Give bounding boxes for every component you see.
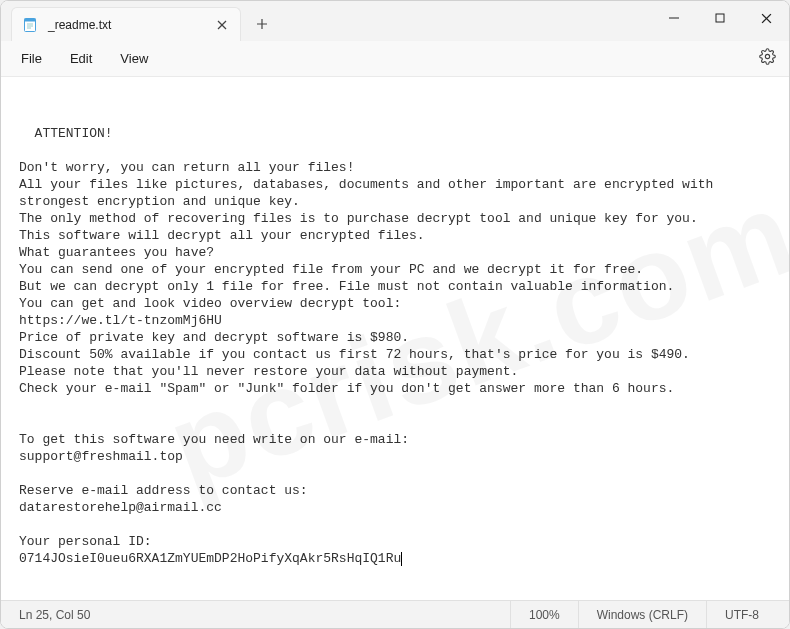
menu-view[interactable]: View <box>108 47 160 70</box>
svg-point-13 <box>765 54 769 58</box>
status-encoding[interactable]: UTF-8 <box>706 601 777 628</box>
maximize-button[interactable] <box>697 1 743 35</box>
document-text: ATTENTION! Don't worry, you can return a… <box>19 126 721 566</box>
tab-close-button[interactable] <box>212 15 232 35</box>
window-controls <box>651 1 789 35</box>
notepad-icon <box>22 17 38 33</box>
menu-edit[interactable]: Edit <box>58 47 104 70</box>
menubar: File Edit View <box>1 41 789 77</box>
status-line-ending[interactable]: Windows (CRLF) <box>578 601 706 628</box>
svg-rect-1 <box>25 18 36 21</box>
gear-icon <box>759 48 776 69</box>
status-zoom[interactable]: 100% <box>510 601 578 628</box>
text-caret <box>401 552 402 566</box>
notepad-window: _readme.txt File Edit View <box>0 0 790 629</box>
file-tab[interactable]: _readme.txt <box>11 7 241 41</box>
status-position: Ln 25, Col 50 <box>13 601 108 628</box>
close-button[interactable] <box>743 1 789 35</box>
settings-button[interactable] <box>753 45 781 73</box>
svg-rect-10 <box>716 14 724 22</box>
statusbar: Ln 25, Col 50 100% Windows (CRLF) UTF-8 <box>1 600 789 628</box>
tab-title: _readme.txt <box>46 18 204 32</box>
titlebar: _readme.txt <box>1 1 789 41</box>
minimize-button[interactable] <box>651 1 697 35</box>
new-tab-button[interactable] <box>247 9 277 39</box>
menu-file[interactable]: File <box>9 47 54 70</box>
text-area[interactable]: pcrisk.com ATTENTION! Don't worry, you c… <box>1 77 789 600</box>
